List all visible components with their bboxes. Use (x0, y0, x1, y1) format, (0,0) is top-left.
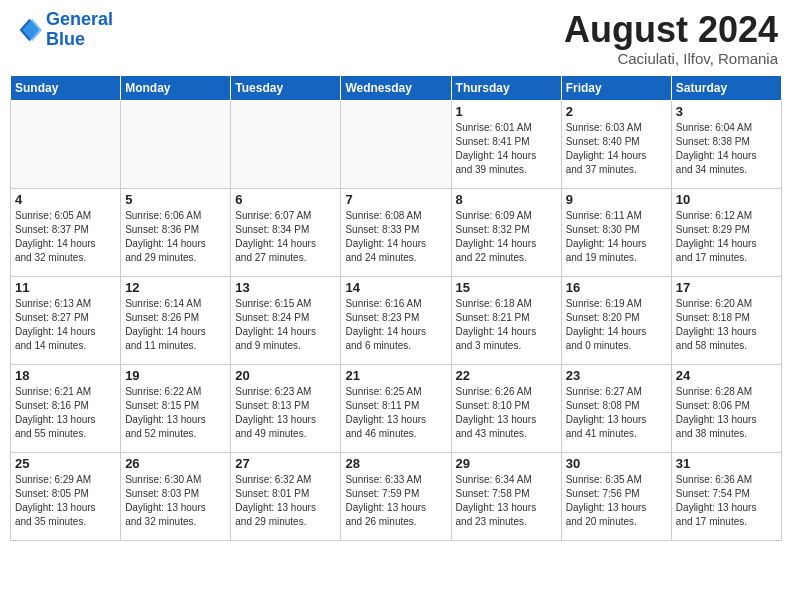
day-info: Sunrise: 6:11 AM Sunset: 8:30 PM Dayligh… (566, 209, 667, 265)
day-number: 16 (566, 280, 667, 295)
calendar-cell (121, 100, 231, 188)
calendar-cell: 9Sunrise: 6:11 AM Sunset: 8:30 PM Daylig… (561, 188, 671, 276)
day-info: Sunrise: 6:21 AM Sunset: 8:16 PM Dayligh… (15, 385, 116, 441)
day-number: 10 (676, 192, 777, 207)
day-info: Sunrise: 6:25 AM Sunset: 8:11 PM Dayligh… (345, 385, 446, 441)
day-number: 17 (676, 280, 777, 295)
day-info: Sunrise: 6:16 AM Sunset: 8:23 PM Dayligh… (345, 297, 446, 353)
day-info: Sunrise: 6:09 AM Sunset: 8:32 PM Dayligh… (456, 209, 557, 265)
calendar-cell: 14Sunrise: 6:16 AM Sunset: 8:23 PM Dayli… (341, 276, 451, 364)
calendar-cell: 7Sunrise: 6:08 AM Sunset: 8:33 PM Daylig… (341, 188, 451, 276)
calendar-cell: 10Sunrise: 6:12 AM Sunset: 8:29 PM Dayli… (671, 188, 781, 276)
day-number: 21 (345, 368, 446, 383)
logo: General Blue (14, 10, 113, 50)
calendar-cell: 12Sunrise: 6:14 AM Sunset: 8:26 PM Dayli… (121, 276, 231, 364)
header: General Blue August 2024 Caciulati, Ilfo… (10, 10, 782, 67)
calendar-cell: 21Sunrise: 6:25 AM Sunset: 8:11 PM Dayli… (341, 364, 451, 452)
calendar-cell: 4Sunrise: 6:05 AM Sunset: 8:37 PM Daylig… (11, 188, 121, 276)
day-number: 6 (235, 192, 336, 207)
calendar-cell: 18Sunrise: 6:21 AM Sunset: 8:16 PM Dayli… (11, 364, 121, 452)
day-info: Sunrise: 6:28 AM Sunset: 8:06 PM Dayligh… (676, 385, 777, 441)
calendar-cell (231, 100, 341, 188)
day-number: 22 (456, 368, 557, 383)
day-number: 4 (15, 192, 116, 207)
day-info: Sunrise: 6:33 AM Sunset: 7:59 PM Dayligh… (345, 473, 446, 529)
day-number: 11 (15, 280, 116, 295)
calendar-cell: 13Sunrise: 6:15 AM Sunset: 8:24 PM Dayli… (231, 276, 341, 364)
day-number: 5 (125, 192, 226, 207)
day-number: 20 (235, 368, 336, 383)
day-number: 19 (125, 368, 226, 383)
day-number: 15 (456, 280, 557, 295)
day-number: 8 (456, 192, 557, 207)
logo-line1: General (46, 9, 113, 29)
title-area: August 2024 Caciulati, Ilfov, Romania (564, 10, 778, 67)
logo-icon (14, 16, 42, 44)
calendar-table: SundayMondayTuesdayWednesdayThursdayFrid… (10, 75, 782, 541)
day-info: Sunrise: 6:03 AM Sunset: 8:40 PM Dayligh… (566, 121, 667, 177)
weekday-header-row: SundayMondayTuesdayWednesdayThursdayFrid… (11, 75, 782, 100)
day-info: Sunrise: 6:01 AM Sunset: 8:41 PM Dayligh… (456, 121, 557, 177)
day-info: Sunrise: 6:05 AM Sunset: 8:37 PM Dayligh… (15, 209, 116, 265)
calendar-cell: 20Sunrise: 6:23 AM Sunset: 8:13 PM Dayli… (231, 364, 341, 452)
day-number: 9 (566, 192, 667, 207)
weekday-header: Saturday (671, 75, 781, 100)
calendar-cell: 31Sunrise: 6:36 AM Sunset: 7:54 PM Dayli… (671, 452, 781, 540)
week-row: 4Sunrise: 6:05 AM Sunset: 8:37 PM Daylig… (11, 188, 782, 276)
day-number: 29 (456, 456, 557, 471)
weekday-header: Wednesday (341, 75, 451, 100)
calendar-cell: 6Sunrise: 6:07 AM Sunset: 8:34 PM Daylig… (231, 188, 341, 276)
calendar-cell: 30Sunrise: 6:35 AM Sunset: 7:56 PM Dayli… (561, 452, 671, 540)
day-number: 24 (676, 368, 777, 383)
calendar-cell: 2Sunrise: 6:03 AM Sunset: 8:40 PM Daylig… (561, 100, 671, 188)
day-number: 7 (345, 192, 446, 207)
day-info: Sunrise: 6:08 AM Sunset: 8:33 PM Dayligh… (345, 209, 446, 265)
day-number: 13 (235, 280, 336, 295)
day-info: Sunrise: 6:22 AM Sunset: 8:15 PM Dayligh… (125, 385, 226, 441)
day-info: Sunrise: 6:30 AM Sunset: 8:03 PM Dayligh… (125, 473, 226, 529)
day-info: Sunrise: 6:35 AM Sunset: 7:56 PM Dayligh… (566, 473, 667, 529)
day-number: 28 (345, 456, 446, 471)
week-row: 18Sunrise: 6:21 AM Sunset: 8:16 PM Dayli… (11, 364, 782, 452)
day-info: Sunrise: 6:04 AM Sunset: 8:38 PM Dayligh… (676, 121, 777, 177)
day-info: Sunrise: 6:14 AM Sunset: 8:26 PM Dayligh… (125, 297, 226, 353)
calendar-cell: 25Sunrise: 6:29 AM Sunset: 8:05 PM Dayli… (11, 452, 121, 540)
week-row: 1Sunrise: 6:01 AM Sunset: 8:41 PM Daylig… (11, 100, 782, 188)
calendar-cell: 22Sunrise: 6:26 AM Sunset: 8:10 PM Dayli… (451, 364, 561, 452)
day-info: Sunrise: 6:29 AM Sunset: 8:05 PM Dayligh… (15, 473, 116, 529)
day-info: Sunrise: 6:07 AM Sunset: 8:34 PM Dayligh… (235, 209, 336, 265)
calendar-cell: 23Sunrise: 6:27 AM Sunset: 8:08 PM Dayli… (561, 364, 671, 452)
logo-line2: Blue (46, 29, 85, 49)
day-info: Sunrise: 6:32 AM Sunset: 8:01 PM Dayligh… (235, 473, 336, 529)
day-info: Sunrise: 6:23 AM Sunset: 8:13 PM Dayligh… (235, 385, 336, 441)
day-number: 31 (676, 456, 777, 471)
calendar-cell (11, 100, 121, 188)
day-number: 1 (456, 104, 557, 119)
calendar-cell: 19Sunrise: 6:22 AM Sunset: 8:15 PM Dayli… (121, 364, 231, 452)
calendar-cell: 11Sunrise: 6:13 AM Sunset: 8:27 PM Dayli… (11, 276, 121, 364)
week-row: 25Sunrise: 6:29 AM Sunset: 8:05 PM Dayli… (11, 452, 782, 540)
calendar-cell: 15Sunrise: 6:18 AM Sunset: 8:21 PM Dayli… (451, 276, 561, 364)
calendar-cell: 16Sunrise: 6:19 AM Sunset: 8:20 PM Dayli… (561, 276, 671, 364)
day-info: Sunrise: 6:20 AM Sunset: 8:18 PM Dayligh… (676, 297, 777, 353)
calendar-cell: 26Sunrise: 6:30 AM Sunset: 8:03 PM Dayli… (121, 452, 231, 540)
day-number: 12 (125, 280, 226, 295)
week-row: 11Sunrise: 6:13 AM Sunset: 8:27 PM Dayli… (11, 276, 782, 364)
calendar-title: August 2024 (564, 10, 778, 50)
calendar-cell: 1Sunrise: 6:01 AM Sunset: 8:41 PM Daylig… (451, 100, 561, 188)
calendar-subtitle: Caciulati, Ilfov, Romania (564, 50, 778, 67)
weekday-header: Tuesday (231, 75, 341, 100)
calendar-cell: 24Sunrise: 6:28 AM Sunset: 8:06 PM Dayli… (671, 364, 781, 452)
day-info: Sunrise: 6:06 AM Sunset: 8:36 PM Dayligh… (125, 209, 226, 265)
day-number: 23 (566, 368, 667, 383)
calendar-cell: 5Sunrise: 6:06 AM Sunset: 8:36 PM Daylig… (121, 188, 231, 276)
day-info: Sunrise: 6:19 AM Sunset: 8:20 PM Dayligh… (566, 297, 667, 353)
calendar-cell: 27Sunrise: 6:32 AM Sunset: 8:01 PM Dayli… (231, 452, 341, 540)
day-info: Sunrise: 6:15 AM Sunset: 8:24 PM Dayligh… (235, 297, 336, 353)
calendar-cell (341, 100, 451, 188)
day-info: Sunrise: 6:13 AM Sunset: 8:27 PM Dayligh… (15, 297, 116, 353)
day-number: 18 (15, 368, 116, 383)
day-info: Sunrise: 6:12 AM Sunset: 8:29 PM Dayligh… (676, 209, 777, 265)
day-info: Sunrise: 6:34 AM Sunset: 7:58 PM Dayligh… (456, 473, 557, 529)
weekday-header: Sunday (11, 75, 121, 100)
